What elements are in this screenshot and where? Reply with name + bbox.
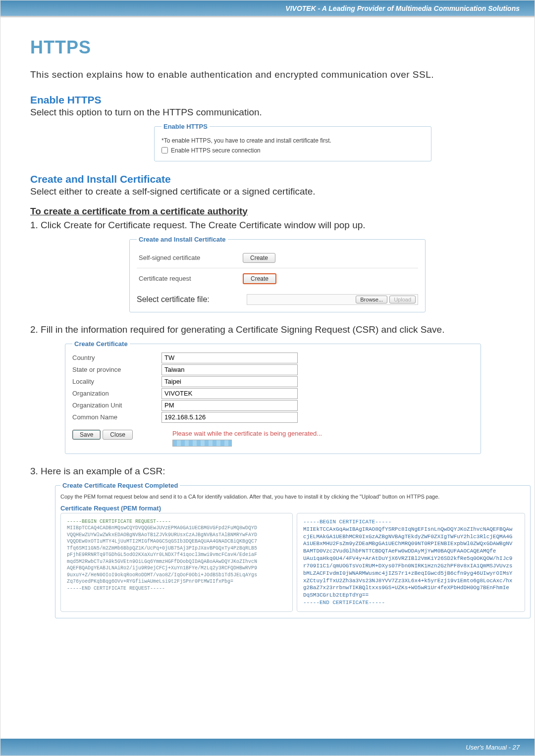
pem-line: Zq76yoedPKqbBqg6OVv+RYGfiiwAUmeLsi9t2FjS… — [67, 578, 286, 585]
cert-line: r709I1C1/qmUOGTsVoIRUM+DXys07Fbn0NIRK1Hz… — [303, 562, 519, 570]
create-self-signed-button[interactable]: Create — [243, 253, 275, 263]
content-area: HTTPS This section explains how to enabl… — [0, 17, 535, 635]
close-button[interactable]: Close — [103, 430, 133, 440]
create-install-panel: Create and Install Certificate Self-sign… — [129, 236, 426, 312]
create-install-legend: Create and Install Certificate — [137, 236, 228, 243]
create-cert-request-button[interactable]: Create — [243, 273, 276, 284]
pem-line: MIIBpTCCAQ4CADBnMQswCQYDVQQGEwJUVzEPMA0G… — [67, 525, 286, 532]
to-create-heading: To create a certificate from a certifica… — [30, 206, 505, 217]
enable-https-legend: Enable HTTPS — [161, 123, 210, 130]
enable-https-checkbox-label: Enable HTTPS secure connection — [171, 147, 261, 154]
steps-list-3: 3. Here is an example of a CSR: — [30, 466, 505, 477]
save-close-row: Save Close Please wait while the certifi… — [72, 430, 474, 447]
cert-request-label: Certificate request — [139, 275, 243, 282]
intro-text: This section explains how to enable auth… — [30, 68, 505, 82]
pem-line: mqd5M2RwbCTu7A9k5GVEtn9OiLGq6YmmzHGFfDOo… — [67, 558, 286, 565]
create-certificate-panel: Create Certificate Country State or prov… — [65, 340, 481, 454]
top-banner: VIVOTEK - A Leading Provider of Multimed… — [0, 0, 535, 17]
pem-line: -----END CERTIFICATE REQUEST----- — [67, 585, 286, 592]
page-title: HTTPS — [30, 37, 505, 58]
organization-input[interactable] — [161, 388, 298, 399]
wait-column: Please wait while the certificate is bei… — [172, 430, 322, 447]
cert-line: UAu1qaHkq0U4/4FV4y+ArAtDuYjX6VRZIBl2VmKi… — [303, 555, 519, 562]
csr-panel: Create Certificate Request Completed Cop… — [55, 482, 531, 619]
locality-label: Locality — [72, 376, 161, 387]
footer-text: User's Manual - 27 — [466, 744, 520, 751]
cert-begin: -----BEGIN CERTIFICATE----- — [303, 518, 519, 526]
page: VIVOTEK - A Leading Provider of Multimed… — [0, 0, 535, 756]
cert-line: BAMTD0Vzc2VudGlhbFNTTCBDQTAeFw0wDDAyMjYw… — [303, 548, 519, 555]
browse-button[interactable]: Browse... — [356, 296, 387, 303]
cert-request-row: Certificate request Create — [137, 268, 418, 289]
country-label: Country — [72, 353, 161, 363]
country-input[interactable] — [161, 353, 298, 363]
cert-line: g2BaZ7x23rrbnwTIKBQltxxs9GS+UZKs+WO5wR1U… — [303, 584, 519, 592]
select-file-row: Select certificate file: Browse... Uploa… — [137, 294, 418, 305]
cert-body: MIIEkTCCAxGqAwIBAgIRAO8QfYSRPc8IqNgEFIsn… — [303, 526, 519, 599]
state-input[interactable] — [161, 364, 298, 375]
org-unit-label: Organization Unit — [72, 400, 161, 410]
pem-begin: -----BEGIN CERTIFICATE REQUEST----- — [67, 519, 171, 524]
csr-instruction: Copy the PEM format request below and se… — [60, 493, 525, 501]
pem-line: 9uxuY+Z/HeN0OIoI9okqRooRoDDMT/vao8Z/IqOo… — [67, 572, 286, 579]
enable-https-checkbox-row[interactable]: Enable HTTPS secure connection — [161, 147, 424, 154]
pem-line: AQEFBQADgYEABJLNAiRo2/iju9R9ejCFCj+XuYn1… — [67, 565, 286, 572]
steps-list-2: 2. Fill in the information required for … — [30, 324, 505, 335]
create-install-fieldset: Create and Install Certificate Self-sign… — [129, 236, 426, 312]
organization-label: Organization — [72, 388, 161, 399]
common-name-label: Common Name — [72, 412, 161, 422]
csr-cert-panel: -----BEGIN CERTIFICATE----- MIIEkTCCAxGq… — [297, 513, 525, 612]
pem-line: VQQDEw0xOTIuMTY4LjUuMTI2MIGfMA0GCSqGSIb3… — [67, 538, 286, 545]
cert-line: cjELMAkGA1UEBhMCR0IxGzAZBgNVBAgTEkdyZWF0… — [303, 533, 519, 541]
steps-list: 1. Click Create for Certificate request.… — [30, 220, 505, 231]
csr-pem-panel: -----BEGIN CERTIFICATE REQUEST----- MIIB… — [60, 513, 293, 612]
certificate-form: Country State or province Locality Organ… — [72, 353, 474, 423]
pem-line: Tfq6SMI1GN5/m2ZmMb6BbpQZ1K/UcPq+0jUB75Aj… — [67, 545, 286, 552]
footer-banner: User's Manual - 27 — [0, 739, 535, 756]
self-signed-row: Self-signed certificate Create — [137, 248, 418, 268]
create-install-heading: Create and Install Certificate — [30, 173, 505, 185]
cert-line: A1UEBxMHU2FsZm9yZDEaMBgGA1UEChMRQ09NT0RP… — [303, 540, 519, 548]
progress-bar — [172, 440, 232, 447]
common-name-input[interactable] — [161, 412, 298, 423]
cert-line: MIIEkTCCAxGqAwIBAgIRAO8QfYSRPc8IqNgEFIsn… — [303, 526, 519, 533]
enable-https-heading: Enable HTTPS — [30, 94, 505, 106]
self-signed-label: Self-signed certificate — [139, 254, 243, 261]
pem-legend: Certificate Request (PEM format) — [60, 504, 525, 512]
create-install-text: Select either to create a self-signed ce… — [30, 186, 505, 197]
select-file-label: Select certificate file: — [137, 295, 241, 304]
banner-text: VIVOTEK - A Leading Provider of Multimed… — [285, 4, 520, 12]
csr-fieldset: Create Certificate Request Completed Cop… — [55, 482, 531, 619]
pem-line: pFjhE9RRNRTq9TGDhGL5odO2KXaXuYr0LNDX7f41… — [67, 552, 286, 558]
save-button[interactable]: Save — [72, 430, 101, 440]
cert-line: bMLZACFIvdmI0jWNARMWusmc4jIZS7r1+zBeqIGw… — [303, 570, 519, 577]
state-label: State or province — [72, 364, 161, 375]
pem-body: MIIBpTCCAQ4CADBnMQswCQYDVQQGEwJUVzEPMA0G… — [67, 525, 286, 592]
cert-line: xZCtuylfTxU2Zh3a3Vs23NJ8YVV7Zz3XL6x4+k5y… — [303, 577, 519, 585]
step-2: 2. Fill in the information required for … — [30, 324, 505, 335]
step-1: 1. Click Create for Certificate request.… — [30, 220, 505, 231]
csr-panels: -----BEGIN CERTIFICATE REQUEST----- MIIB… — [60, 513, 525, 612]
wait-message: Please wait while the certificate is bei… — [172, 430, 322, 437]
cert-line: DqSM3CGrLb2tEpTdYg== — [303, 592, 519, 599]
enable-https-note: *To enable HTTPS, you have to create and… — [161, 137, 424, 144]
enable-https-fieldset: Enable HTTPS *To enable HTTPS, you have … — [154, 123, 431, 161]
cert-end: -----END CERTIFICATE----- — [303, 599, 519, 606]
create-certificate-legend: Create Certificate — [72, 340, 130, 348]
step-3: 3. Here is an example of a CSR: — [30, 466, 505, 477]
create-certificate-fieldset: Create Certificate Country State or prov… — [65, 340, 481, 454]
enable-https-text: Select this option to turn on the HTTPS … — [30, 107, 505, 118]
org-unit-input[interactable] — [161, 400, 298, 411]
locality-input[interactable] — [161, 376, 298, 387]
pem-line: VQQHEwZUYWlwZWkxEDAOBgNVBAoTB1ZJVk9URUsx… — [67, 532, 286, 539]
save-close-buttons: Save Close — [72, 430, 133, 440]
enable-https-checkbox[interactable] — [161, 147, 168, 153]
csr-legend: Create Certificate Request Completed — [60, 482, 180, 489]
enable-https-panel: Enable HTTPS *To enable HTTPS, you have … — [154, 123, 431, 161]
file-slot: Browse... Upload — [247, 294, 418, 305]
upload-button[interactable]: Upload — [389, 296, 416, 303]
